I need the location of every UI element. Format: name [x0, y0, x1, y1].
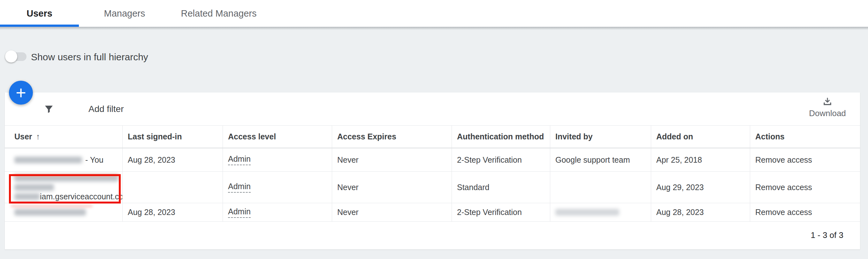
- redacted-user-email: [14, 209, 86, 216]
- pagination-bar: 1 - 3 of 3: [5, 221, 860, 250]
- add-filter-button[interactable]: Add filter: [89, 92, 124, 125]
- column-header-access-expires[interactable]: Access Expires: [332, 126, 452, 148]
- tab-users[interactable]: Users: [0, 0, 79, 27]
- service-account-domain: iam.gserviceaccount.com: [40, 192, 123, 201]
- authentication-method-cell: Standard: [452, 172, 550, 203]
- redacted-invited-by-email: [555, 209, 619, 216]
- users-table-card: Add filter Download User ↑ Last signed-i…: [5, 92, 860, 250]
- table-toolbar: Add filter Download: [5, 92, 860, 125]
- authentication-method-cell: 2-Step Verification: [452, 203, 550, 221]
- last-signed-in-cell: Aug 28, 2023: [123, 203, 223, 221]
- invited-by-cell: [550, 172, 651, 203]
- access-level-cell: Admin: [223, 148, 332, 171]
- table-row: - You Aug 28, 2023 Admin Never 2-Step Ve…: [5, 148, 860, 172]
- redaction-artifact: [11, 205, 93, 207]
- table-row: Aug 28, 2023 Admin Never 2-Step Verifica…: [5, 203, 860, 222]
- redacted-user-email: [14, 193, 40, 200]
- invited-by-cell: [550, 203, 651, 221]
- tab-managers-label: Managers: [104, 8, 145, 19]
- last-signed-in-cell: Aug 28, 2023: [123, 148, 223, 171]
- add-user-button[interactable]: +: [9, 81, 33, 105]
- authentication-method-cell: 2-Step Verification: [452, 148, 550, 171]
- access-expires-cell: Never: [332, 148, 452, 171]
- access-level-cell: Admin: [223, 172, 332, 203]
- download-label: Download: [809, 108, 846, 118]
- service-account-lines: iam.gserviceaccount.com: [14, 174, 123, 200]
- access-level-term[interactable]: Admin: [228, 182, 251, 193]
- access-level-term[interactable]: Admin: [228, 154, 251, 165]
- redacted-user-email: [14, 184, 54, 191]
- added-on-cell: Aug 29, 2023: [651, 172, 750, 203]
- pagination-range-label: 1 - 3 of 3: [810, 230, 843, 240]
- redaction-artifact: [13, 174, 119, 177]
- download-icon: [823, 97, 832, 107]
- plus-icon: +: [16, 84, 26, 102]
- users-table: User ↑ Last signed-in Access level Acces…: [5, 125, 860, 222]
- active-tab-indicator: [0, 25, 79, 27]
- tab-bar-shadow: [0, 27, 868, 30]
- column-header-invited-by[interactable]: Invited by: [550, 126, 651, 148]
- column-header-last-signed-in[interactable]: Last signed-in: [123, 126, 223, 148]
- access-expires-cell: Never: [332, 203, 452, 221]
- remove-access-button[interactable]: Remove access: [750, 203, 860, 221]
- tab-related-managers[interactable]: Related Managers: [170, 0, 267, 27]
- column-header-actions[interactable]: Actions: [750, 126, 860, 148]
- access-level-cell: Admin: [223, 203, 332, 221]
- filter-funnel-icon[interactable]: [44, 104, 54, 114]
- table-header-row: User ↑ Last signed-in Access level Acces…: [5, 125, 860, 148]
- access-level-term[interactable]: Admin: [228, 207, 251, 218]
- tab-bar: Users Managers Related Managers: [0, 0, 868, 27]
- sort-ascending-icon: ↑: [36, 132, 40, 142]
- remove-access-button[interactable]: Remove access: [750, 148, 860, 171]
- tab-related-managers-label: Related Managers: [181, 8, 257, 19]
- invited-by-cell: Google support team: [550, 148, 651, 171]
- table-row: iam.gserviceaccount.com Admin Never Stan…: [5, 172, 860, 203]
- full-hierarchy-toggle-label: Show users in full hierarchy: [31, 52, 148, 63]
- column-header-authentication-method[interactable]: Authentication method: [452, 126, 550, 148]
- toggle-knob: [5, 50, 17, 63]
- download-button[interactable]: Download: [802, 97, 853, 118]
- last-signed-in-cell: [123, 172, 223, 203]
- access-expires-cell: Never: [332, 172, 452, 203]
- redacted-user-email: [14, 157, 82, 163]
- added-on-cell: Aug 28, 2023: [651, 203, 750, 221]
- column-header-access-level[interactable]: Access level: [223, 126, 332, 148]
- user-cell: - You: [5, 148, 123, 171]
- full-hierarchy-toggle[interactable]: [7, 52, 27, 61]
- tab-users-label: Users: [27, 8, 52, 19]
- add-filter-label: Add filter: [89, 104, 124, 114]
- column-header-added-on[interactable]: Added on: [651, 126, 750, 148]
- added-on-cell: Apr 25, 2018: [651, 148, 750, 171]
- column-header-user[interactable]: User ↑: [5, 126, 123, 148]
- remove-access-button[interactable]: Remove access: [750, 172, 860, 203]
- tab-managers[interactable]: Managers: [79, 0, 170, 27]
- user-you-suffix: - You: [85, 155, 103, 164]
